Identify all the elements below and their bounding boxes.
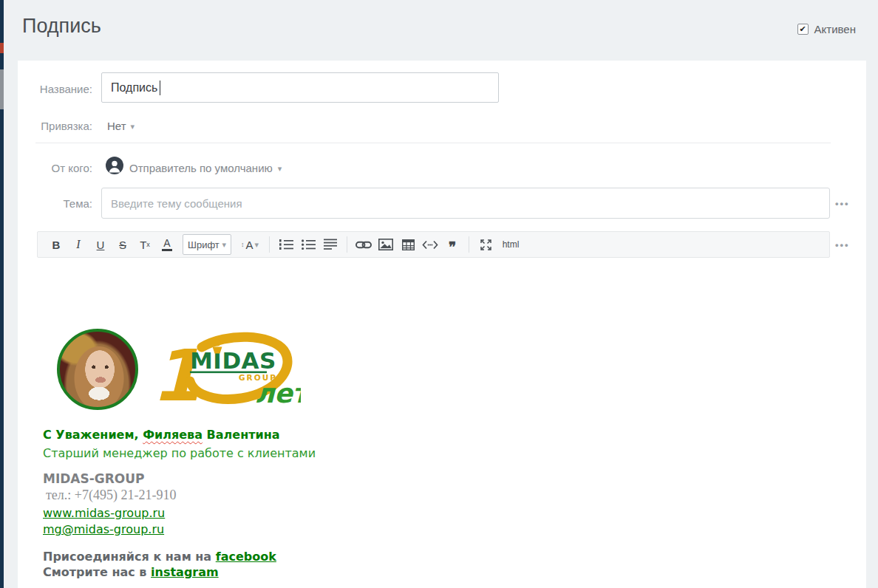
signature-form-card: Название: Подпись Привязка: Нет ▾ От ког… <box>18 61 866 588</box>
ordered-list-button[interactable] <box>275 234 297 255</box>
text-color-button[interactable]: A <box>156 234 178 255</box>
fullscreen-icon <box>480 239 492 251</box>
bold-button[interactable]: B <box>45 234 67 255</box>
insert-link-button[interactable] <box>353 234 375 255</box>
logo-years-text: лет <box>255 378 301 406</box>
code-icon <box>422 240 438 250</box>
signature-role: Старший менеджер по работе с клиентами <box>43 446 316 460</box>
clear-format-button[interactable]: Tx <box>134 234 156 255</box>
bullet-list-button[interactable] <box>297 234 319 255</box>
text-cursor <box>160 81 160 95</box>
sidebar-edge-red-mark <box>0 43 4 53</box>
signature-greeting: С Уважением, Филяева Валентина <box>43 428 280 442</box>
signature-facebook-line: Присоединяйся к нам на facebook <box>43 550 276 564</box>
subject-input[interactable] <box>101 188 830 219</box>
subject-label: Тема: <box>18 196 92 211</box>
table-icon <box>402 239 415 250</box>
binding-label: Привязка: <box>18 119 92 134</box>
from-label: От кого: <box>18 161 92 176</box>
chevron-down-icon: ▾ <box>254 241 259 249</box>
logo-brand: MIDAS <box>190 347 276 374</box>
active-checkbox-label: Активен <box>814 23 856 35</box>
chevron-down-icon: ▾ <box>131 123 135 131</box>
check-icon: ✔ <box>799 25 806 33</box>
sender-value: Отправитель по умолчанию <box>129 161 273 176</box>
binding-dropdown[interactable]: Нет ▾ <box>107 119 135 134</box>
image-icon <box>378 239 393 250</box>
active-checkbox[interactable]: ✔ <box>797 24 809 35</box>
section-divider <box>35 143 831 143</box>
editor-toolbar: B I U S Tx A Шрифт ▾ ↕ A ▾ <box>37 231 830 258</box>
spellcheck-word: Филяева <box>143 428 203 442</box>
signature-editor-page: Подпись ✔ Активен Название: Подпись Прив… <box>0 0 878 588</box>
sidebar-edge <box>0 0 4 588</box>
sidebar-edge-gray-mark <box>0 69 4 109</box>
link-icon <box>355 240 372 250</box>
facebook-link[interactable]: facebook <box>216 550 276 564</box>
font-family-dropdown[interactable]: Шрифт ▾ <box>183 234 231 255</box>
active-toggle-group: ✔ Активен <box>797 23 856 35</box>
sender-avatar-icon[interactable] <box>106 157 123 174</box>
ordered-list-icon <box>279 239 293 250</box>
binding-value: Нет <box>107 119 126 134</box>
subject-more-button[interactable]: ••• <box>835 198 850 209</box>
signature-company: MIDAS-GROUP <box>43 471 145 486</box>
bullet-list-icon <box>302 239 316 250</box>
toolbar-separator <box>269 236 270 253</box>
signature-phone: тел.: +7(495) 21-21-910 <box>46 488 176 503</box>
email-link[interactable]: mg@midas-group.ru <box>43 522 164 536</box>
strikethrough-button[interactable]: S <box>112 234 134 255</box>
italic-button[interactable]: I <box>67 234 89 255</box>
toolbar-separator <box>347 236 347 253</box>
insert-image-button[interactable] <box>375 234 397 255</box>
insert-code-button[interactable] <box>419 234 441 255</box>
size-arrows-icon: ↕ <box>241 241 245 248</box>
toolbar-separator <box>469 236 469 253</box>
chevron-down-icon: ▾ <box>222 241 226 249</box>
logo-person-head <box>214 339 220 346</box>
signature-instagram-line: Смотрите нас в instagram <box>43 565 219 579</box>
blockquote-button[interactable]: ❞ <box>441 234 463 255</box>
name-input[interactable]: Подпись <box>101 72 499 103</box>
font-size-dropdown[interactable]: ↕ A ▾ <box>236 234 264 255</box>
instagram-link[interactable]: instagram <box>151 565 219 579</box>
website-link[interactable]: www.midas-group.ru <box>43 506 165 520</box>
toolbar-more-button[interactable]: ••• <box>835 239 850 250</box>
align-left-icon <box>324 239 337 250</box>
html-mode-button[interactable]: html <box>500 234 522 255</box>
midas-group-logo: 1 MIDAS GROUP лет <box>153 331 301 406</box>
insert-table-button[interactable] <box>397 234 419 255</box>
name-input-value: Подпись <box>111 81 157 95</box>
align-button[interactable] <box>319 234 341 255</box>
underline-button[interactable]: U <box>89 234 112 255</box>
signature-photo <box>57 329 138 410</box>
fullscreen-button[interactable] <box>474 234 497 255</box>
page-title: Подпись <box>22 15 101 38</box>
sender-dropdown[interactable]: Отправитель по умолчанию ▾ <box>129 161 282 176</box>
chevron-down-icon: ▾ <box>278 165 282 173</box>
name-label: Название: <box>18 82 92 97</box>
color-swatch <box>162 249 172 251</box>
